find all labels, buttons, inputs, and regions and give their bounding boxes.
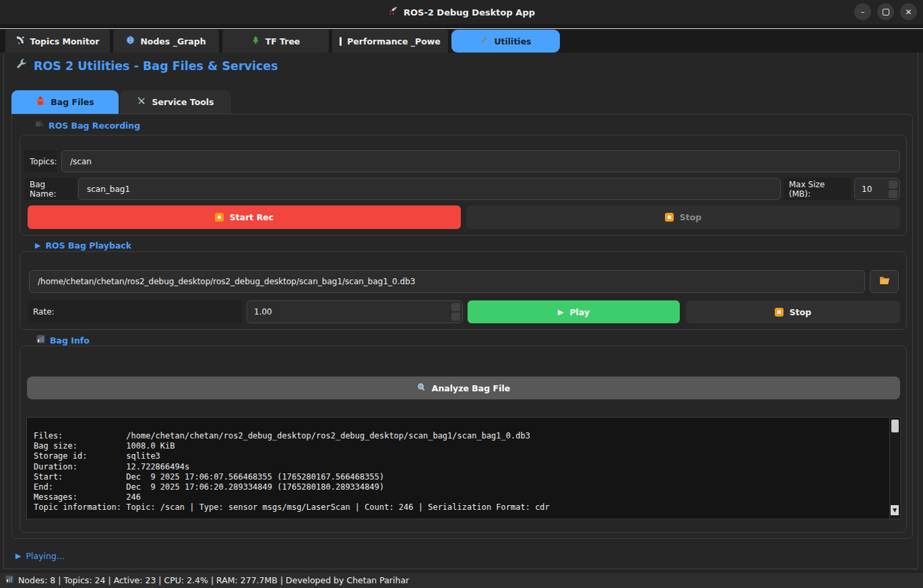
play-label: Play	[569, 307, 590, 317]
restore-button[interactable]	[877, 3, 894, 20]
browse-button[interactable]	[870, 270, 899, 293]
backpack-icon	[36, 96, 45, 108]
subtab-service-tools[interactable]: Service Tools	[120, 90, 231, 114]
rate-spinner[interactable]: 1.00	[247, 300, 463, 323]
playback-group: Rate: 1.00 ▶ Play Stop	[20, 251, 907, 330]
close-button[interactable]: ✕	[900, 3, 917, 20]
tab-topics-monitor[interactable]: Topics Monitor	[5, 30, 110, 53]
tab-performance-power[interactable]: Performance _Powe	[332, 30, 448, 53]
analyze-bag-label: Analyze Bag File	[432, 383, 510, 393]
spin-up-button[interactable]	[889, 181, 897, 189]
bag-path-input[interactable]	[29, 270, 865, 293]
play-icon: ▶	[558, 308, 563, 317]
bag-info-group: Analyze Bag File Files: /home/chetan/che…	[20, 346, 907, 533]
subtab-label: Service Tools	[152, 97, 214, 107]
bag-name-input[interactable]	[78, 178, 781, 200]
chevron-down-icon: ▼	[893, 507, 897, 513]
record-stop-label: Stop	[680, 212, 702, 222]
spin-down-button[interactable]	[889, 190, 897, 198]
record-stop-button: Stop	[466, 205, 900, 229]
rate-value: 1.00	[247, 307, 451, 317]
rate-label: Rate:	[28, 300, 242, 323]
playback-section-title: ▶ ROS Bag Playback	[35, 240, 131, 251]
status-bar: Nodes: 8 | Topics: 24 | Active: 23 | CPU…	[0, 572, 923, 588]
recording-group: Topics: Bag Name: Max Size (MB): 10 Star…	[20, 135, 907, 236]
bar-chart-icon	[5, 575, 13, 585]
topics-label: Topics:	[24, 150, 57, 172]
folder-icon	[879, 276, 890, 287]
tab-label: Performance _Powe	[347, 36, 441, 46]
start-rec-button[interactable]: Start Rec	[28, 205, 461, 229]
record-icon	[215, 213, 224, 222]
spin-down-button[interactable]	[451, 313, 460, 321]
spinner-buttons	[451, 303, 462, 321]
section-title-text: ROS Bag Recording	[49, 121, 140, 131]
section-title-text: ROS Bag Playback	[45, 240, 131, 251]
window-title: ROS-2 Debug Desktop App	[404, 7, 535, 18]
play-button[interactable]: ▶ Play	[468, 300, 680, 323]
tab-utilities[interactable]: Utilities	[451, 30, 560, 53]
tab-strip-divider	[0, 28, 923, 29]
satellite-icon	[16, 36, 25, 46]
tab-label: TF Tree	[265, 36, 300, 46]
subtab-bag-files[interactable]: Bag Files	[11, 90, 119, 114]
stop-icon	[775, 308, 784, 317]
playback-stop-button[interactable]: Stop	[686, 300, 900, 323]
tab-nodes-graph[interactable]: Nodes _Graph	[113, 30, 219, 53]
spinner-buttons	[889, 181, 899, 198]
play-icon: ▶	[35, 241, 40, 250]
max-size-value: 10	[855, 185, 889, 194]
bag-files-panel: ROS Bag Recording Topics: Bag Name: Max …	[11, 114, 913, 539]
window-controls: – ✕	[854, 3, 917, 20]
output-scrollbar[interactable]: ▼	[889, 418, 899, 519]
bag-info-output[interactable]: Files: /home/chetan/chetan/ros2_debug_de…	[26, 417, 901, 519]
max-size-label: Max Size (MB):	[784, 178, 851, 200]
subtab-label: Bag Files	[51, 97, 94, 107]
status-bar-text: Nodes: 8 | Topics: 24 | Active: 23 | CPU…	[18, 575, 409, 585]
movie-camera-icon	[35, 120, 44, 131]
minimize-button[interactable]: –	[854, 3, 871, 20]
max-size-spinner[interactable]: 10	[854, 178, 900, 200]
tab-tf-tree[interactable]: TF Tree	[222, 30, 329, 53]
wrench-icon	[480, 36, 488, 46]
utilities-pane: ROS 2 Utilities - Bag Files & Services B…	[3, 53, 918, 569]
globe-icon	[126, 36, 135, 46]
section-title-text: Bag Info	[50, 335, 90, 346]
bar-chart-icon	[340, 37, 342, 46]
close-icon: ✕	[905, 7, 912, 17]
window-title-wrap: ROS-2 Debug Desktop App	[388, 6, 535, 18]
main-tab-strip: Topics Monitor Nodes _Graph	[0, 24, 923, 53]
main-tabs: Topics Monitor Nodes _Graph	[5, 30, 560, 53]
tree-icon	[251, 36, 260, 46]
scroll-down-button[interactable]: ▼	[891, 505, 899, 515]
status-message-text: Playing...	[26, 551, 64, 561]
magnifier-icon	[417, 383, 426, 393]
tab-label: Utilities	[494, 36, 531, 46]
hammer-wrench-icon	[137, 96, 146, 108]
status-message: ▶ Playing...	[15, 551, 65, 561]
restore-icon	[883, 9, 889, 15]
minimize-icon: –	[861, 7, 865, 17]
rocket-icon	[388, 6, 398, 18]
stop-icon	[665, 213, 674, 222]
page-title-text: ROS 2 Utilities - Bag Files & Services	[34, 59, 278, 73]
bag-info-output-text: Files: /home/chetan/chetan/ros2_debug_de…	[27, 418, 900, 519]
page-title: ROS 2 Utilities - Bag Files & Services	[15, 59, 278, 73]
wrench-icon	[15, 59, 27, 73]
tab-label: Nodes _Graph	[140, 36, 205, 46]
bar-chart-icon	[36, 335, 45, 346]
spin-up-button[interactable]	[451, 303, 460, 311]
tab-label: Topics Monitor	[30, 36, 100, 46]
start-rec-label: Start Rec	[230, 212, 274, 222]
bag-info-section-title: Bag Info	[36, 335, 90, 346]
scrollbar-thumb[interactable]	[891, 420, 899, 432]
app-window: ROS-2 Debug Desktop App – ✕	[0, 0, 923, 588]
recording-section-title: ROS Bag Recording	[35, 120, 140, 131]
playback-stop-label: Stop	[790, 307, 812, 317]
title-bar: ROS-2 Debug Desktop App – ✕	[0, 0, 923, 24]
topics-input[interactable]	[61, 150, 900, 172]
bag-name-label: Bag Name:	[24, 178, 76, 200]
analyze-bag-button[interactable]: Analyze Bag File	[27, 377, 900, 399]
play-icon: ▶	[15, 552, 21, 560]
